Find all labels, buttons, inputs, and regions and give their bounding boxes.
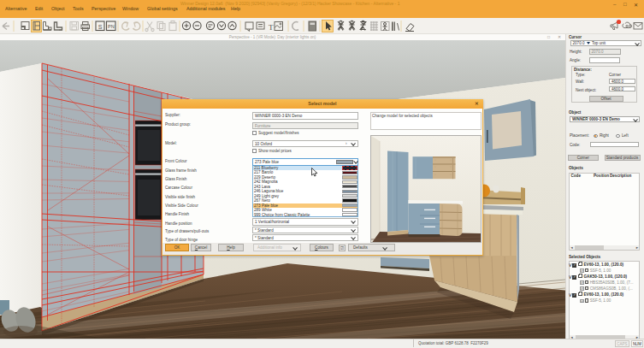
svg-text:PN: PN — [108, 24, 115, 29]
svg-text:T: T — [269, 23, 274, 32]
svg-text:S: S — [98, 24, 103, 30]
